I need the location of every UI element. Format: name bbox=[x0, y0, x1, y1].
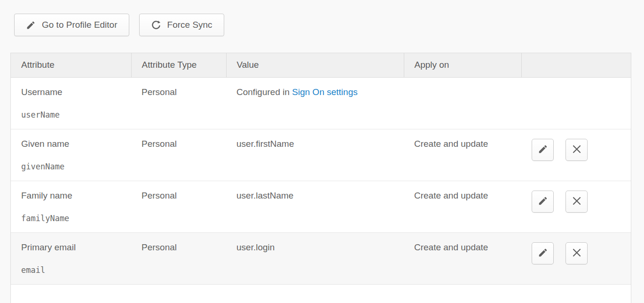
delete-attribute-button[interactable] bbox=[565, 139, 588, 161]
attribute-label: Username bbox=[21, 87, 126, 97]
apply-on-value: Create and update bbox=[404, 129, 521, 181]
attribute-mappings-table: Attribute Attribute Type Value Apply on … bbox=[10, 53, 631, 303]
attribute-type: Personal bbox=[131, 129, 226, 181]
edit-attribute-button[interactable] bbox=[532, 139, 554, 161]
attribute-label: Primary email bbox=[21, 242, 126, 253]
force-sync-label: Force Sync bbox=[167, 20, 212, 30]
edit-attribute-button[interactable] bbox=[532, 242, 554, 264]
pencil-icon bbox=[538, 144, 548, 156]
pencil-icon bbox=[538, 196, 548, 207]
apply-on-value: Create and update bbox=[404, 232, 521, 284]
pencil-icon bbox=[538, 247, 548, 259]
table-row: Username userName Personal Configured in… bbox=[11, 77, 631, 129]
attribute-type: Personal bbox=[131, 232, 226, 284]
value-text: user.firstName bbox=[226, 129, 404, 181]
apply-on-value bbox=[404, 77, 521, 129]
attribute-variable: familyName bbox=[21, 214, 126, 223]
value-text: Configured in bbox=[236, 87, 292, 97]
column-header-apply-on: Apply on bbox=[404, 53, 521, 77]
delete-attribute-button[interactable] bbox=[565, 191, 588, 213]
attribute-variable: givenName bbox=[21, 162, 126, 171]
attribute-label: Family name bbox=[21, 191, 126, 201]
sign-on-settings-link[interactable]: Sign On settings bbox=[292, 87, 357, 97]
table-header-row: Attribute Attribute Type Value Apply on bbox=[11, 53, 631, 77]
refresh-icon bbox=[151, 20, 161, 30]
pencil-icon bbox=[26, 20, 36, 30]
attribute-type: Personal bbox=[131, 77, 226, 129]
x-icon bbox=[572, 248, 581, 259]
force-sync-button[interactable]: Force Sync bbox=[139, 14, 224, 36]
column-header-value: Value bbox=[226, 53, 404, 77]
edit-attribute-button[interactable] bbox=[532, 191, 554, 213]
go-to-profile-editor-button[interactable]: Go to Profile Editor bbox=[14, 14, 129, 36]
apply-on-value: Create and update bbox=[404, 181, 521, 232]
value-text: user.lastName bbox=[226, 181, 404, 232]
row-actions bbox=[532, 242, 626, 264]
x-icon bbox=[572, 144, 581, 155]
value-text: user.login bbox=[226, 232, 404, 284]
table-row-partial bbox=[11, 284, 631, 303]
table-row: Given name givenName Personal user.first… bbox=[11, 129, 631, 181]
row-actions bbox=[532, 139, 626, 161]
go-to-profile-editor-label: Go to Profile Editor bbox=[42, 20, 118, 30]
attribute-variable: userName bbox=[21, 110, 126, 120]
table-row: Primary email email Personal user.login … bbox=[11, 232, 631, 284]
x-icon bbox=[572, 196, 581, 207]
column-header-attribute-type: Attribute Type bbox=[131, 53, 226, 77]
table-row: Family name familyName Personal user.las… bbox=[11, 181, 631, 232]
delete-attribute-button[interactable] bbox=[565, 242, 588, 264]
attribute-variable: email bbox=[21, 265, 126, 275]
attribute-label: Given name bbox=[21, 139, 126, 149]
column-header-actions bbox=[521, 53, 631, 77]
toolbar: Go to Profile Editor Force Sync bbox=[0, 0, 644, 36]
attribute-type: Personal bbox=[131, 181, 226, 232]
column-header-attribute: Attribute bbox=[11, 53, 131, 77]
row-actions bbox=[532, 191, 626, 213]
